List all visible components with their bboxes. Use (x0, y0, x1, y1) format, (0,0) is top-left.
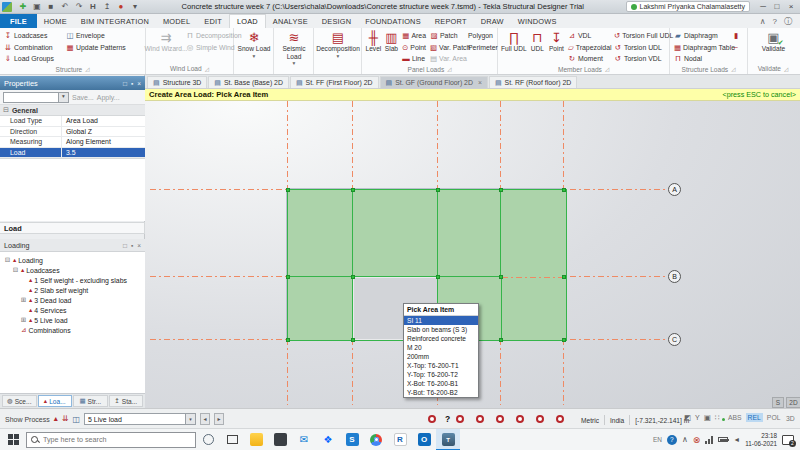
dropbox-icon[interactable]: ❖ (316, 429, 340, 450)
tree-combinations[interactable]: ⊿Combinations (4, 325, 145, 335)
ribbon-info-icon[interactable]: ⓘ (784, 16, 792, 27)
diaphragm-button[interactable]: ▰Diaphragm (673, 30, 729, 42)
loading-pin-icon[interactable]: ▪ (131, 242, 133, 249)
open-folder-icon[interactable]: ▣ (32, 2, 42, 11)
slab-button[interactable]: ▥Slab (384, 30, 399, 53)
save-icon[interactable]: ■ (46, 2, 56, 11)
hidden-icons-chevron[interactable]: ∧ (682, 435, 688, 444)
perimeter-button[interactable]: Perimeter (467, 42, 495, 54)
h-tool-icon[interactable]: H (88, 2, 98, 11)
panel-loads-launcher-icon[interactable]: ◿ (447, 66, 451, 72)
tree-loadcase-2[interactable]: ▴2 Slab self weight (4, 285, 145, 295)
pick-menu-item[interactable]: M 20 (404, 343, 478, 352)
pick-menu-item[interactable]: Y-Top: T6-200-T2 (404, 370, 478, 379)
ribbon-tab-file[interactable]: FILE (0, 14, 37, 28)
file-explorer-icon[interactable] (244, 429, 268, 450)
view-tab-st-rf-roof-floor-2d[interactable]: ▤St. RF (Roof floor) 2D (489, 76, 577, 88)
tree-loadcase-5[interactable]: ⊞▴5 Live load (4, 315, 145, 325)
axis-icon[interactable]: Y (695, 414, 700, 421)
property-value[interactable]: Area Load (62, 116, 145, 126)
loading-restore-icon[interactable]: □ (123, 242, 127, 249)
view-tab-close-icon[interactable]: × (478, 79, 482, 86)
property-row-load[interactable]: Load3.5 (0, 148, 145, 159)
validate-launcher-icon[interactable]: ◿ (784, 66, 788, 72)
pick-menu-item[interactable]: Slab on beams (S 3) (404, 325, 478, 334)
combination-button[interactable]: ⇊Combination (3, 42, 63, 54)
ribbon-collapse-icon[interactable]: ∧ (760, 17, 766, 26)
mode-abs[interactable]: ABS (726, 413, 744, 422)
pick-menu-item-selected[interactable]: SI 11 (404, 316, 478, 325)
canvas-2d-button[interactable]: 2D (786, 397, 800, 408)
view-tab-structure-3d[interactable]: ▤Structure 3D (147, 76, 207, 88)
pick-menu-item[interactable]: 200mm (404, 352, 478, 361)
load-groups-button[interactable]: ⇓Load Groups (3, 53, 63, 65)
area-load-button[interactable]: ▦Area (401, 30, 427, 42)
vdl-button[interactable]: ⊿VDL (567, 30, 611, 42)
loading-panel-titlebar[interactable]: Loading □ ▪ × (0, 239, 145, 252)
snap-icon[interactable]: ∷ (715, 413, 720, 422)
polygon-button[interactable]: Polygon (467, 30, 495, 42)
tekla-taskbar-icon[interactable]: T (436, 429, 460, 450)
new-file-icon[interactable]: ✚ (18, 2, 28, 11)
properties-close-icon[interactable]: × (137, 80, 141, 87)
load-window-header[interactable]: Load (0, 222, 145, 234)
level-button[interactable]: ╫Level (365, 30, 382, 53)
app-s-icon[interactable]: S (340, 429, 364, 450)
snow-load-button[interactable]: ❄Snow Load▾ (238, 30, 271, 59)
undo-icon[interactable]: ↶ (60, 2, 70, 11)
ribbon-tab-design[interactable]: DESIGN (315, 14, 359, 28)
language-indicator[interactable]: EN (653, 436, 662, 443)
dock-tab-loa[interactable]: ▴Loa... (38, 395, 73, 407)
mode-rel[interactable]: REL (746, 413, 763, 422)
settlement-load-button[interactable]: ⌐ (731, 42, 743, 54)
apply-preset-button[interactable]: Apply... (97, 94, 120, 101)
diaphragm-table-button[interactable]: ▦Diaphragm Table (673, 42, 729, 54)
var-patch-load-button[interactable]: ▧Var. Patch (429, 42, 465, 54)
loadcases-button[interactable]: ↧Loadcases (3, 30, 63, 42)
maximize-button[interactable]: □ (770, 2, 784, 11)
taskbar-search[interactable] (26, 432, 196, 448)
ribbon-help-icon[interactable]: ? (773, 17, 777, 26)
tree-expander-icon[interactable]: ⊞ (20, 296, 27, 304)
image-icon[interactable]: ▣ (704, 413, 711, 422)
record-icon[interactable]: ● (116, 2, 126, 11)
store-icon[interactable] (268, 429, 292, 450)
envelope-button[interactable]: ◫Envelope (65, 30, 143, 42)
ribbon-tab-draw[interactable]: DRAW (474, 14, 511, 28)
udl-button[interactable]: ⊓UDL (529, 30, 546, 53)
mail-icon[interactable]: ✉ (292, 429, 316, 450)
properties-section-header[interactable]: ⊟General (0, 105, 145, 116)
loadcase-view-icon[interactable]: ▴ (54, 415, 58, 423)
torsion-udl-button[interactable]: ↺Torsion UDL (613, 42, 667, 54)
structure-launcher-icon[interactable]: ◿ (85, 66, 89, 72)
validate-button[interactable]: ▣✔ Validate (762, 30, 785, 53)
chrome-icon[interactable] (364, 429, 388, 450)
pick-menu-item[interactable]: X-Bot: T6-200-B1 (404, 379, 478, 388)
ribbon-tab-report[interactable]: REPORT (428, 14, 474, 28)
decomposition-button[interactable]: ▤Decomposition▾ (316, 30, 360, 59)
point-load-button[interactable]: ⊙Point (401, 42, 427, 54)
tree-expander-icon[interactable]: ⊞ (20, 316, 27, 324)
canvas-s-button[interactable]: S (772, 397, 784, 408)
tree-loadcase-1[interactable]: ▴1 Self weight - excluding slabs (4, 275, 145, 285)
loadcase-combo-caret-icon[interactable]: ▾ (185, 414, 195, 424)
ribbon-tab-analyse[interactable]: ANALYSE (266, 14, 315, 28)
volume-icon[interactable]: ◄ (733, 436, 740, 443)
region-label[interactable]: India (610, 417, 624, 424)
pick-menu-item[interactable]: Reinforced concrete (404, 334, 478, 343)
network-icon[interactable] (705, 436, 713, 444)
tree-root-loading[interactable]: ⊟▴Loading (4, 255, 145, 265)
torsion-vdl-button[interactable]: ↺Torsion VDL (613, 53, 667, 65)
qat-dropdown-icon[interactable]: ▾ (130, 2, 140, 11)
property-value[interactable]: 3.5 (62, 148, 145, 158)
view-tab-st-base-base-2d[interactable]: ▤St. Base (Base) 2D (208, 76, 289, 88)
ribbon-tab-load[interactable]: LOAD (229, 14, 266, 28)
property-row-measuring[interactable]: MeasuringAlong Element (0, 137, 145, 148)
full-udl-button[interactable]: ∏Full UDL (501, 30, 527, 53)
minimize-button[interactable]: ─ (756, 2, 770, 11)
tree-loadcase-4[interactable]: ▴4 Services (4, 305, 145, 315)
tree-expander-icon[interactable]: ⊟ (4, 256, 11, 264)
start-button[interactable] (0, 434, 26, 445)
dock-tab-sta[interactable]: ↥Sta... (109, 395, 144, 407)
tray-globe-icon[interactable]: ? (667, 435, 677, 445)
